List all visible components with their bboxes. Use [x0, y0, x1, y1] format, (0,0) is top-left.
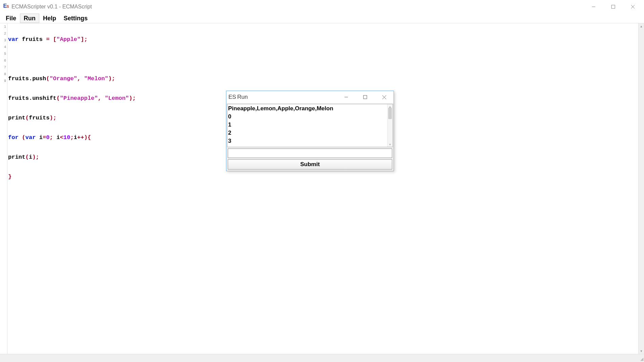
code-line: [8, 193, 638, 200]
line-number: 9: [0, 78, 7, 85]
menubar: File Run Help Settings: [0, 14, 644, 23]
statusbar: ◢: [0, 354, 644, 362]
svg-rect-1: [612, 5, 615, 8]
scroll-down-icon[interactable]: ▼: [387, 142, 393, 147]
dialog-minimize-button[interactable]: [337, 92, 356, 102]
editor: 1 2 3 4 5 6 7 8 9 var fruits = ["Apple"]…: [0, 23, 644, 354]
app-logo-icon: ES: [228, 94, 235, 100]
line-number: 5: [0, 51, 7, 58]
menu-file[interactable]: File: [2, 14, 20, 23]
maximize-button[interactable]: [603, 1, 623, 12]
resize-grip-icon[interactable]: ◢: [640, 357, 643, 361]
code-area[interactable]: var fruits = ["Apple"]; fruits.push("Ora…: [7, 23, 638, 354]
app-logo-icon: ES: [3, 3, 9, 10]
output-line: 1: [228, 121, 392, 129]
code-line: fruits.push("Orange", "Melon");: [8, 75, 638, 82]
menu-help[interactable]: Help: [39, 14, 60, 23]
minimize-button[interactable]: [584, 1, 603, 12]
line-number: 7: [0, 64, 7, 71]
line-number: 4: [0, 44, 7, 51]
line-number: 3: [0, 37, 7, 44]
line-gutter: 1 2 3 4 5 6 7 8 9: [0, 23, 7, 354]
output-line: 2: [228, 129, 392, 137]
code-line: }: [8, 174, 638, 180]
run-output[interactable]: Pineapple,Lemon,Apple,Orange,Melon 0 1 2…: [227, 104, 393, 147]
close-button[interactable]: [623, 1, 643, 12]
menu-settings[interactable]: Settings: [60, 14, 91, 23]
line-number: 6: [0, 58, 7, 64]
dialog-close-button[interactable]: [375, 92, 394, 102]
main-titlebar: ES ECMAScripter v0.1 - ECMAScript: [0, 0, 644, 14]
line-number: 2: [0, 30, 7, 37]
run-dialog-body: Pineapple,Lemon,Apple,Orange,Melon 0 1 2…: [226, 103, 394, 171]
run-dialog-titlebar[interactable]: ES Run: [226, 91, 394, 103]
line-number: 1: [0, 24, 7, 30]
scroll-up-icon[interactable]: ▲: [639, 23, 644, 29]
output-line: 3: [228, 137, 392, 145]
run-input[interactable]: [228, 149, 392, 158]
run-dialog-title: Run: [237, 94, 248, 100]
run-dialog: ES Run Pineapple,Lemon,Apple,Orange,Melo…: [226, 91, 394, 171]
code-line: [8, 56, 638, 63]
dialog-maximize-button[interactable]: [356, 92, 375, 102]
scroll-thumb[interactable]: [388, 108, 392, 119]
output-line: 0: [228, 113, 392, 121]
output-line: Pineapple,Lemon,Apple,Orange,Melon: [228, 105, 392, 113]
svg-rect-5: [363, 95, 367, 99]
editor-vertical-scrollbar[interactable]: ▲ ▼: [638, 23, 644, 354]
output-scrollbar[interactable]: ▲ ▼: [387, 104, 393, 147]
window-title: ECMAScripter v0.1 - ECMAScript: [12, 4, 92, 10]
code-line: var fruits = ["Apple"];: [8, 36, 638, 43]
window-controls: [584, 1, 643, 12]
line-number: 8: [0, 71, 7, 78]
menu-run[interactable]: Run: [20, 14, 39, 23]
scroll-down-icon[interactable]: ▼: [639, 348, 644, 354]
submit-button[interactable]: Submit: [228, 159, 392, 169]
